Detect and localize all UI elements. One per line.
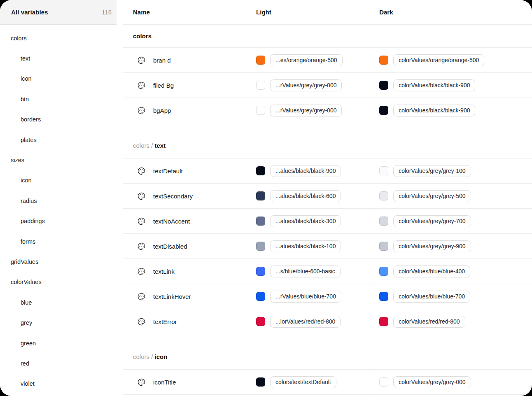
- dark-token[interactable]: colorValues/black/black-900: [393, 79, 475, 91]
- variable-row[interactable]: iconTitle colors/text/textDefault colorV…: [123, 370, 532, 395]
- sidebar-item-sizes[interactable]: sizes: [0, 150, 123, 170]
- sidebar-item-label: colorValues: [11, 279, 42, 285]
- dark-token[interactable]: colorValues/blue/blue-400: [393, 266, 470, 277]
- light-swatch[interactable]: [256, 242, 265, 251]
- light-token[interactable]: ...rValues/grey/grey-000: [270, 79, 342, 91]
- light-token[interactable]: ...es/orange/orange-500: [270, 54, 342, 66]
- sidebar-item-green[interactable]: green: [0, 333, 123, 353]
- light-swatch[interactable]: [256, 81, 265, 90]
- light-token[interactable]: colors/text/textDefault: [270, 376, 336, 388]
- light-swatch[interactable]: [256, 292, 265, 301]
- dark-token[interactable]: colorValues/grey/grey-900: [393, 240, 471, 252]
- sidebar-item-colors[interactable]: colors: [0, 28, 123, 48]
- row-extra-cell: [522, 370, 532, 394]
- light-swatch[interactable]: [256, 217, 265, 226]
- dark-swatch[interactable]: [379, 267, 388, 276]
- light-token[interactable]: ...alues/black/black-600: [270, 190, 341, 202]
- variable-row[interactable]: textDisabled ...alues/black/black-100 co…: [123, 234, 532, 259]
- dark-token[interactable]: colorValues/black/black-900: [393, 105, 475, 116]
- palette-icon: [137, 167, 146, 175]
- column-header-extra: [522, 0, 532, 24]
- light-swatch[interactable]: [256, 166, 265, 175]
- light-swatch[interactable]: [256, 191, 265, 200]
- variable-name: textError: [153, 318, 177, 325]
- sidebar-item-paddings[interactable]: paddings: [0, 211, 123, 231]
- variable-name: bgApp: [153, 107, 171, 114]
- variable-name-cell: textError: [123, 309, 246, 334]
- palette-icon: [137, 317, 146, 326]
- variable-row[interactable]: textError ...lorValues/red/red-800 color…: [123, 309, 532, 334]
- palette-icon: [137, 106, 146, 115]
- light-token[interactable]: ...lorValues/red/red-800: [270, 316, 341, 328]
- dark-swatch[interactable]: [379, 317, 388, 326]
- variable-row[interactable]: textLink ...s/blue/blue-600-basic colorV…: [123, 259, 532, 284]
- variable-row[interactable]: bgApp ...rValues/grey/grey-000 colorValu…: [123, 98, 532, 123]
- variable-name-cell: textDefault: [123, 158, 246, 183]
- variable-name: textNoAccent: [153, 218, 190, 225]
- dark-swatch[interactable]: [379, 242, 388, 251]
- dark-swatch[interactable]: [379, 81, 388, 90]
- sidebar-item-radius[interactable]: radius: [0, 191, 123, 211]
- row-extra-cell: [522, 309, 532, 334]
- light-value-cell: ...rValues/blue/blue-700: [246, 284, 369, 309]
- sidebar-header-all-variables[interactable]: All variables 116: [0, 0, 117, 25]
- dark-token[interactable]: colorValues/grey/grey-000: [393, 376, 471, 388]
- variable-row[interactable]: textNoAccent ...alues/black/black-300 co…: [123, 209, 532, 234]
- dark-swatch[interactable]: [379, 292, 388, 301]
- light-value-cell: ...alues/black/black-900: [246, 158, 369, 183]
- sidebar-item-label: icon: [21, 177, 32, 184]
- light-swatch[interactable]: [256, 56, 265, 65]
- dark-token[interactable]: colorValues/grey/grey-100: [393, 165, 471, 177]
- light-token[interactable]: ...s/blue/blue-600-basic: [270, 266, 341, 277]
- dark-value-cell: colorValues/grey/grey-000: [369, 370, 522, 394]
- variable-name-cell: textSecondary: [123, 184, 246, 208]
- sidebar-item-text[interactable]: text: [0, 48, 123, 68]
- dark-swatch[interactable]: [379, 56, 388, 65]
- dark-token[interactable]: colorValues/blue/blue-700: [393, 291, 470, 303]
- dark-token[interactable]: colorValues/grey/grey-500: [393, 190, 471, 202]
- light-swatch[interactable]: [256, 267, 265, 276]
- light-swatch[interactable]: [256, 106, 265, 115]
- light-token[interactable]: ...alues/black/black-300: [270, 215, 341, 227]
- dark-swatch[interactable]: [379, 377, 388, 387]
- sidebar-item-forms[interactable]: forms: [0, 231, 123, 252]
- light-swatch[interactable]: [256, 317, 265, 326]
- sidebar-item-colorValues[interactable]: colorValues: [0, 272, 123, 292]
- section-header: colors / icon: [123, 334, 532, 370]
- dark-swatch[interactable]: [379, 191, 388, 200]
- sidebar-item-btn[interactable]: btn: [0, 89, 123, 109]
- variable-row[interactable]: filed Bg ...rValues/grey/grey-000 colorV…: [123, 73, 532, 98]
- palette-icon: [137, 81, 146, 90]
- dark-swatch[interactable]: [379, 106, 388, 115]
- variable-row[interactable]: bran d ...es/orange/orange-500 colorValu…: [123, 48, 532, 73]
- variable-name-cell: textLinkHover: [123, 284, 246, 309]
- sidebar-item-plates[interactable]: plates: [0, 130, 123, 150]
- sidebar-item-gridValues[interactable]: gridValues: [0, 252, 123, 272]
- dark-swatch[interactable]: [379, 217, 388, 226]
- sidebar-item-icon[interactable]: icon: [0, 69, 123, 89]
- light-value-cell: ...alues/black/black-600: [246, 184, 369, 208]
- sidebar-item-icon[interactable]: icon: [0, 170, 123, 191]
- sidebar-item-red[interactable]: red: [0, 353, 123, 373]
- dark-value-cell: colorValues/grey/grey-700: [369, 209, 522, 233]
- variable-name-cell: textDisabled: [123, 234, 246, 259]
- sidebar-item-blue[interactable]: blue: [0, 292, 123, 312]
- light-token[interactable]: ...rValues/blue/blue-700: [270, 291, 341, 303]
- light-token[interactable]: ...rValues/grey/grey-000: [270, 105, 342, 116]
- dark-token[interactable]: colorValues/grey/grey-700: [393, 215, 471, 227]
- dark-swatch[interactable]: [379, 166, 388, 175]
- sidebar-item-grey[interactable]: grey: [0, 312, 123, 333]
- variable-row[interactable]: textLinkHover ...rValues/blue/blue-700 c…: [123, 284, 532, 309]
- light-token[interactable]: ...alues/black/black-900: [270, 165, 341, 177]
- variable-name: iconTitle: [153, 379, 176, 386]
- dark-token[interactable]: colorValues/orange/orange-500: [393, 54, 484, 66]
- sidebar-item-violet[interactable]: violet: [0, 374, 123, 394]
- variable-row[interactable]: textSecondary ...alues/black/black-600 c…: [123, 184, 532, 209]
- dark-token[interactable]: colorValues/red/red-800: [393, 316, 465, 328]
- light-swatch[interactable]: [256, 377, 265, 387]
- table-body: colors bran d ...es/orange/orange-500 co…: [123, 25, 532, 395]
- sidebar-item-borders[interactable]: borders: [0, 109, 123, 130]
- light-token[interactable]: ...alues/black/black-100: [270, 240, 341, 252]
- variable-row[interactable]: textDefault ...alues/black/black-900 col…: [123, 158, 532, 184]
- sidebar-item-label: btn: [21, 96, 29, 102]
